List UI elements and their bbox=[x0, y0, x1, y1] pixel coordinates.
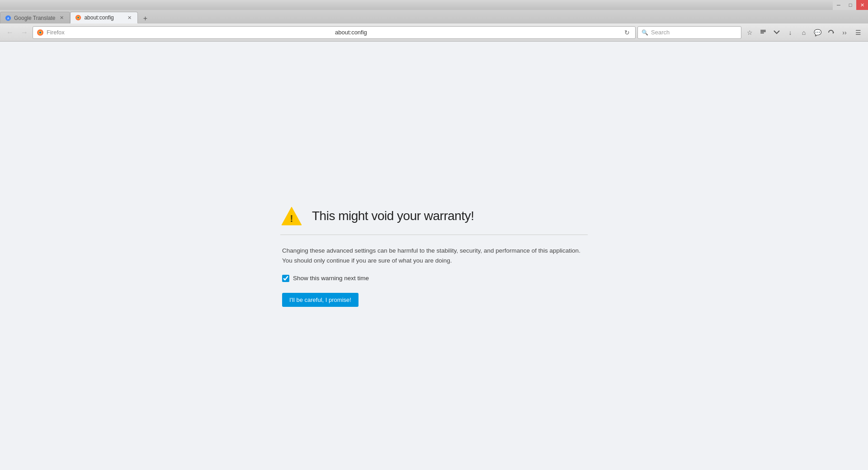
forward-button[interactable]: → bbox=[18, 26, 31, 39]
warning-container: ! This might void your warranty! Changin… bbox=[280, 196, 588, 315]
minimize-button[interactable]: ─ bbox=[833, 0, 844, 10]
svg-rect-10 bbox=[760, 33, 764, 33]
search-input-placeholder: Search bbox=[651, 29, 670, 36]
navbar: ← → Firefox about:config ↻ 🔍 Search ☆ bbox=[0, 24, 868, 42]
firefox-favicon-icon bbox=[75, 14, 81, 21]
address-bar[interactable]: Firefox about:config ↻ bbox=[33, 26, 636, 39]
svg-text:A: A bbox=[7, 17, 9, 20]
show-warning-label[interactable]: Show this warning next time bbox=[293, 275, 369, 282]
tab-google-translate-title: Google Translate bbox=[14, 15, 55, 21]
address-bar-prefix: Firefox bbox=[47, 29, 331, 36]
tab-about-config[interactable]: about:config ✕ bbox=[70, 12, 138, 24]
translate-favicon-icon: A bbox=[5, 15, 11, 21]
show-warning-checkbox[interactable] bbox=[282, 275, 289, 282]
show-warning-row: Show this warning next time bbox=[280, 275, 588, 282]
overflow-button[interactable]: ›› bbox=[838, 26, 851, 39]
titlebar-buttons: ─ □ ✕ bbox=[833, 0, 868, 10]
address-bar-value: about:config bbox=[335, 29, 620, 36]
sync-button[interactable] bbox=[825, 26, 837, 39]
warning-title: This might void your warranty! bbox=[312, 209, 474, 223]
bookmark-star-button[interactable]: ☆ bbox=[743, 26, 756, 39]
warning-description: Changing these advanced settings can be … bbox=[280, 246, 588, 265]
chat-button[interactable]: 💬 bbox=[811, 26, 824, 39]
maximize-button[interactable]: □ bbox=[844, 0, 856, 10]
svg-text:!: ! bbox=[290, 213, 293, 224]
search-bar[interactable]: 🔍 Search bbox=[637, 26, 741, 39]
reading-list-button[interactable] bbox=[757, 26, 769, 39]
reading-list-icon bbox=[760, 29, 767, 36]
svg-point-4 bbox=[78, 17, 80, 19]
tab-about-config-close[interactable]: ✕ bbox=[126, 14, 133, 21]
sync-icon bbox=[827, 29, 835, 36]
toolbar-icons: ☆ ↓ ⌂ 💬 ›› ☰ bbox=[743, 26, 864, 39]
svg-point-7 bbox=[39, 32, 41, 33]
download-button[interactable]: ↓ bbox=[784, 26, 797, 39]
tab-about-config-title: about:config bbox=[84, 14, 123, 21]
warning-header: ! This might void your warranty! bbox=[280, 205, 588, 235]
firefox-logo-icon bbox=[37, 29, 44, 36]
pocket-icon bbox=[773, 29, 780, 36]
search-icon: 🔍 bbox=[642, 29, 648, 36]
svg-rect-9 bbox=[760, 31, 766, 32]
page-content: ! This might void your warranty! Changin… bbox=[0, 42, 868, 470]
tab-google-translate[interactable]: A Google Translate ✕ bbox=[0, 12, 70, 24]
tab-google-translate-close[interactable]: ✕ bbox=[58, 14, 65, 22]
titlebar: ─ □ ✕ bbox=[0, 0, 868, 10]
reload-button[interactable]: ↻ bbox=[623, 28, 632, 37]
tabbar: A Google Translate ✕ about:config ✕ + bbox=[0, 10, 868, 24]
pocket-button[interactable] bbox=[770, 26, 783, 39]
warning-triangle-icon: ! bbox=[280, 205, 303, 227]
home-button[interactable]: ⌂ bbox=[797, 26, 810, 39]
back-button[interactable]: ← bbox=[4, 26, 16, 39]
promise-button[interactable]: I'll be careful, I promise! bbox=[282, 293, 359, 307]
close-button[interactable]: ✕ bbox=[856, 0, 868, 10]
new-tab-button[interactable]: + bbox=[139, 14, 151, 24]
svg-rect-8 bbox=[760, 30, 766, 31]
menu-button[interactable]: ☰ bbox=[852, 26, 864, 39]
